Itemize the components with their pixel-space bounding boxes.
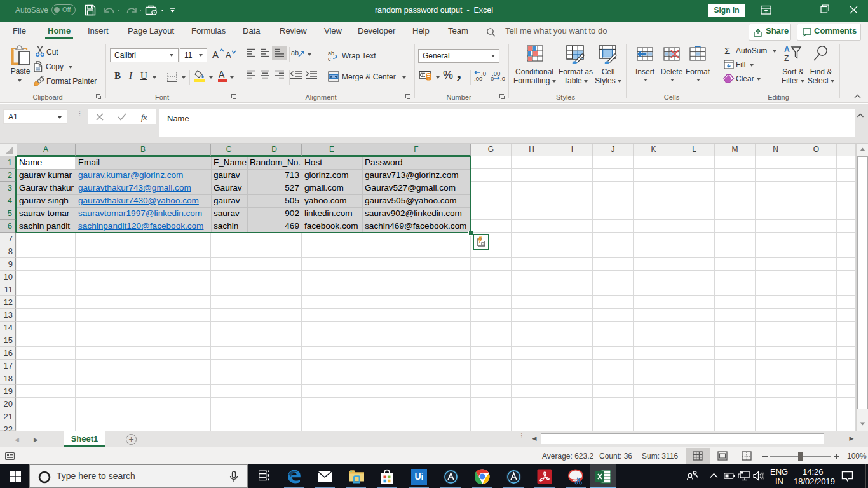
svg-text:fx: fx (141, 112, 147, 122)
svg-text:0: 0 (491, 75, 494, 81)
svg-text:ab: ab (291, 49, 299, 57)
svg-text:c: c (328, 56, 331, 62)
svg-text:.0: .0 (500, 75, 505, 81)
svg-text:Z: Z (784, 54, 789, 62)
svg-text:.00: .00 (474, 75, 482, 81)
svg-text:A: A (784, 45, 790, 54)
